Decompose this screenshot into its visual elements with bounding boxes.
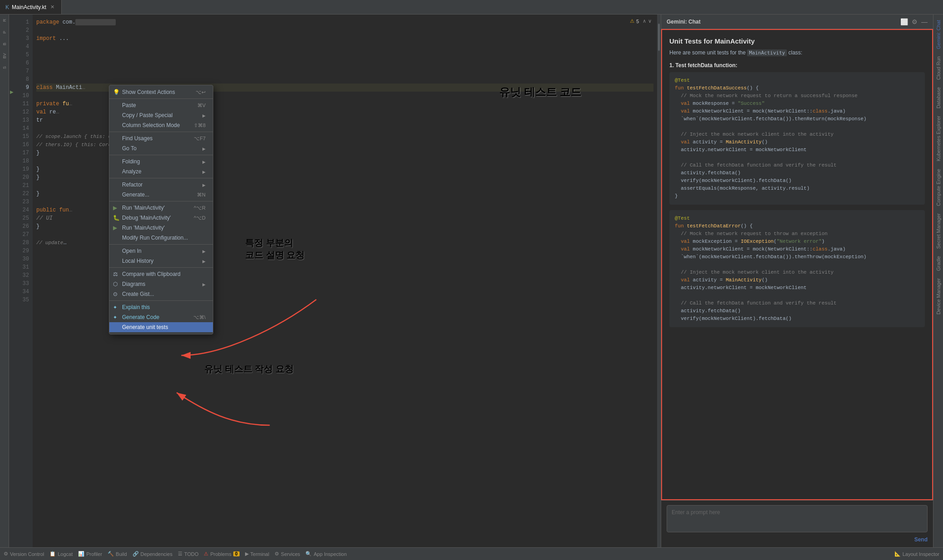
- right-tab-compute-engine[interactable]: Compute Engine: [935, 165, 942, 210]
- gemini-content[interactable]: Unit Tests for MainActivity Here are som…: [661, 29, 933, 500]
- submenu-arrow-refactor: [202, 182, 206, 188]
- menu-column-selection[interactable]: Column Selection Mode ⇧⌘8: [109, 120, 213, 130]
- bottom-app-inspection[interactable]: 🔍 App Inspection: [305, 551, 347, 557]
- bottom-version-control[interactable]: ⚙ Version Control: [4, 551, 44, 557]
- menu-explain-this[interactable]: ✦ Explain this: [109, 302, 213, 312]
- bottom-logcat[interactable]: 📋 Logcat: [49, 551, 73, 557]
- gemini-send-button[interactable]: Send: [914, 536, 928, 543]
- editor-area: ▶ 12345 678 9 1011121314 1516171819 2021…: [9, 15, 661, 547]
- context-menu: 💡 Show Context Actions ⌥↩ Paste ⌘V Copy …: [109, 85, 213, 334]
- right-tab-gradle[interactable]: Gradle: [935, 252, 942, 275]
- menu-analyze[interactable]: Analyze: [109, 167, 213, 177]
- warning-count: 5: [636, 19, 639, 24]
- menu-separator-4: [109, 178, 213, 178]
- menu-debug-main[interactable]: 🐛 Debug 'MainActivity' ^⌥D: [109, 213, 213, 223]
- editor-margin: ▶: [9, 15, 15, 547]
- gemini-code-block-2: @Test fun testFetchDataError() { // Mock…: [669, 210, 925, 327]
- menu-separator-2: [109, 132, 213, 132]
- menu-separator-1: [109, 98, 213, 99]
- services-icon: ⚙: [275, 551, 279, 557]
- diagram-icon: ⬡: [113, 281, 118, 287]
- menu-go-to[interactable]: Go To: [109, 143, 213, 153]
- gemini-input-area: Send: [661, 500, 933, 547]
- menu-open-in[interactable]: Open In: [109, 246, 213, 256]
- bottom-problems[interactable]: ⚠ Problems 0: [204, 551, 239, 557]
- menu-generate[interactable]: Generate... ⌘N: [109, 190, 213, 200]
- right-tab-kubernetes[interactable]: Kubernetes Explorer: [935, 112, 942, 165]
- logcat-icon: 📋: [49, 551, 56, 557]
- sidebar-resource-manager[interactable]: R: [0, 16, 9, 25]
- main-content: R P B BV S ▶ 12345 678 9 1011121314 1516…: [0, 15, 943, 547]
- editor-content[interactable]: ▶ 12345 678 9 1011121314 1516171819 2021…: [9, 15, 661, 547]
- problems-badge: 0: [233, 551, 240, 556]
- gemini-star-icon-generate: ✦: [113, 314, 117, 320]
- sidebar-project[interactable]: P: [0, 28, 9, 36]
- menu-paste[interactable]: Paste ⌘V: [109, 100, 213, 110]
- menu-refactor[interactable]: Refactor: [109, 180, 213, 190]
- editor-scrollbar[interactable]: [657, 15, 661, 547]
- bottom-terminal[interactable]: ▶ Terminal: [245, 551, 270, 557]
- gemini-star-icon-explain: ✦: [113, 305, 117, 310]
- menu-copy-paste-special[interactable]: Copy / Paste Special: [109, 110, 213, 120]
- gemini-settings-icon[interactable]: ⚙: [912, 18, 918, 25]
- lightbulb-icon: 💡: [113, 89, 120, 95]
- gemini-prompt-input[interactable]: [667, 505, 928, 532]
- menu-separator-3: [109, 155, 213, 155]
- menu-local-history[interactable]: Local History: [109, 256, 213, 266]
- gemini-close-icon[interactable]: —: [921, 18, 928, 25]
- bottom-build[interactable]: 🔨 Build: [108, 551, 127, 557]
- menu-find-usages[interactable]: Find Usages ⌥F7: [109, 133, 213, 143]
- debug-icon: 🐛: [113, 215, 120, 221]
- app-container: K MainActivity.kt ✕ R P B BV S ▶ 12345: [0, 0, 943, 560]
- menu-generate-unit-tests[interactable]: Generate unit tests: [109, 322, 213, 332]
- gemini-code-block-1: @Test fun testFetchDataSuccess() { // Mo…: [669, 72, 925, 205]
- build-icon: 🔨: [108, 551, 114, 557]
- tab-main-activity[interactable]: K MainActivity.kt ✕: [0, 0, 62, 14]
- github-icon: ⊙: [113, 291, 118, 297]
- right-tab-secret-manager[interactable]: Secret Manager: [935, 210, 942, 252]
- submenu-arrow-analyze: [202, 168, 206, 175]
- sidebar-bookmarks[interactable]: B: [0, 40, 9, 48]
- gemini-header: Gemini: Chat ⬜ ⚙ —: [661, 15, 933, 29]
- menu-diagrams[interactable]: ⬡ Diagrams: [109, 279, 213, 289]
- right-tab-gemini-chat[interactable]: Gemini: Chat: [935, 16, 942, 53]
- submenu-arrow-folding: [202, 158, 206, 165]
- gemini-minimize-icon[interactable]: ⬜: [900, 18, 908, 25]
- left-sidebar: R P B BV S: [0, 15, 9, 547]
- right-tab-cloud-run[interactable]: Cloud Run: [935, 53, 942, 84]
- submenu-arrow-goto: [202, 145, 206, 152]
- dependencies-icon: 🔗: [133, 551, 139, 557]
- menu-generate-code[interactable]: ✦ Generate Code ⌥⌘\: [109, 312, 213, 322]
- sidebar-structure[interactable]: S: [0, 64, 9, 72]
- app-inspection-icon: 🔍: [305, 551, 312, 557]
- menu-folding[interactable]: Folding: [109, 157, 213, 167]
- menu-create-gist[interactable]: ⊙ Create Gist...: [109, 289, 213, 299]
- gemini-title: Gemini: Chat: [667, 19, 900, 25]
- right-tab-database[interactable]: Database: [935, 84, 942, 112]
- terminal-icon: ▶: [245, 551, 249, 557]
- margin-arrow-9: ▶: [9, 88, 15, 96]
- scrollbar-thumb[interactable]: [658, 24, 660, 51]
- menu-separator-6: [109, 244, 213, 245]
- tab-close-button[interactable]: ✕: [49, 4, 56, 10]
- menu-run-main-2[interactable]: ▶ Run 'MainActivity': [109, 223, 213, 233]
- bottom-layout-inspector[interactable]: 📐 Layout Inspector: [894, 551, 939, 557]
- bottom-profiler[interactable]: 📊 Profiler: [78, 551, 102, 557]
- gemini-response-title: Unit Tests for MainActivity: [669, 37, 925, 45]
- line-numbers: 12345 678 9 1011121314 1516171819 202122…: [15, 15, 33, 547]
- menu-separator-5: [109, 201, 213, 201]
- menu-show-context-actions[interactable]: 💡 Show Context Actions ⌥↩: [109, 87, 213, 97]
- version-control-icon: ⚙: [4, 551, 8, 557]
- gemini-send-row: Send: [667, 536, 928, 543]
- sidebar-build-variants[interactable]: BV: [0, 52, 9, 60]
- menu-modify-run[interactable]: Modify Run Configuration...: [109, 233, 213, 243]
- right-tab-device-manager[interactable]: Device Manager: [935, 275, 942, 318]
- submenu-arrow-local-history: [202, 258, 206, 264]
- menu-run-main[interactable]: ▶ Run 'MainActivity' ^⌥R: [109, 203, 213, 213]
- run-icon: ▶: [113, 205, 117, 211]
- bottom-todo[interactable]: ☰ TODO: [178, 551, 199, 557]
- menu-compare-clipboard[interactable]: ⚖ Compare with Clipboard: [109, 269, 213, 279]
- bottom-dependencies[interactable]: 🔗 Dependencies: [133, 551, 172, 557]
- bottom-services[interactable]: ⚙ Services: [275, 551, 300, 557]
- profiler-icon: 📊: [78, 551, 84, 557]
